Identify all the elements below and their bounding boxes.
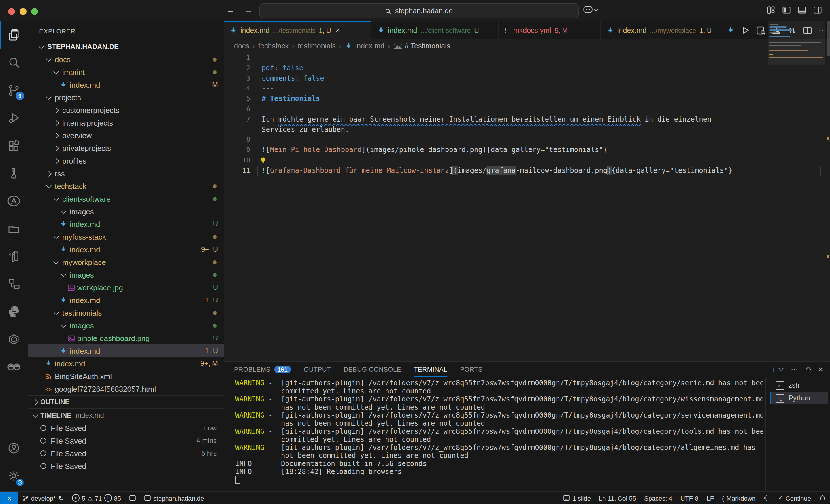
tree-item-folder[interactable]: myfoss-stack	[28, 230, 224, 243]
editor-tab[interactable]: index.md.../testimonials1, U×	[224, 21, 371, 39]
eol-status[interactable]: LF	[702, 492, 718, 504]
tree-item-file[interactable]: pihole-dashboard.pngU	[28, 332, 224, 344]
python-view-icon[interactable]	[0, 298, 28, 326]
tree-item-folder[interactable]: overview	[28, 129, 224, 142]
timeline-event[interactable]: File Saved	[28, 460, 224, 472]
window-status-icon[interactable]	[125, 492, 140, 504]
code-line[interactable]: Services zu erlauben.	[224, 125, 830, 135]
toggle-primary-sidebar-icon[interactable]	[782, 6, 791, 14]
code-line[interactable]: 7Ich möchte gerne ein paar Screenshots m…	[224, 114, 830, 125]
minimap[interactable]	[768, 21, 825, 67]
extensions-view-icon[interactable]	[0, 132, 28, 160]
customize-layout-icon[interactable]	[767, 6, 775, 14]
breadcrumb-item[interactable]: docs	[234, 42, 249, 50]
zoom-window-button[interactable]	[31, 8, 38, 15]
open-preview-icon[interactable]	[756, 26, 765, 35]
tree-item-file[interactable]: index.mdM	[28, 78, 224, 91]
indentation-status[interactable]: Spaces: 4	[640, 492, 676, 504]
command-center-search[interactable]: stephan.hadan.de	[259, 3, 579, 19]
tree-item-folder[interactable]: rss	[28, 167, 224, 180]
account-icon[interactable]	[0, 434, 28, 462]
editor-tab[interactable]: index.md.../client-softwareU	[371, 21, 499, 39]
code-line[interactable]: 3comments: false	[224, 73, 830, 84]
tree-item-folder[interactable]: techstack	[28, 180, 224, 192]
toggle-panel-icon[interactable]	[798, 6, 806, 14]
panel-tab-problems[interactable]: PROBLEMS161	[234, 362, 291, 377]
code-line[interactable]: 4---	[224, 84, 830, 94]
timeline-event[interactable]: File Saved5 hrs	[28, 447, 224, 460]
panel-tab-debug-console[interactable]: DEBUG CONSOLE	[344, 362, 401, 377]
tree-item-file[interactable]: <>googlef727264f56832057.html	[28, 382, 224, 395]
panel-tab-ports[interactable]: PORTS	[460, 362, 482, 377]
code-line[interactable]: 5# Testimonials	[224, 94, 830, 104]
code-line[interactable]: 11![Grafana-Dashboard für meine Mailcow-…	[224, 166, 830, 176]
terminal-instance-zsh[interactable]: >_zsh	[770, 379, 828, 392]
a-extension-view-icon[interactable]	[0, 187, 28, 215]
moon-status-icon[interactable]: ☾	[760, 492, 774, 504]
breadcrumb-item[interactable]: techstack	[258, 42, 289, 50]
outline-section-header[interactable]: OUTLINE	[28, 395, 224, 408]
search-view-icon[interactable]	[0, 49, 28, 77]
tree-item-folder[interactable]: images	[28, 268, 224, 281]
run-button-icon[interactable]	[741, 26, 750, 35]
tree-item-folder[interactable]: myworkplace	[28, 256, 224, 268]
close-tab-icon[interactable]: ×	[336, 26, 340, 35]
maximize-panel-icon[interactable]	[805, 366, 811, 372]
code-line[interactable]: 6	[224, 104, 830, 114]
tree-item-file[interactable]: index.mdU	[28, 218, 224, 230]
panel-tab-terminal[interactable]: TERMINAL	[414, 362, 447, 377]
code-line[interactable]: 9![Mein Pi-hole-Dashboard](images/pihole…	[224, 145, 830, 156]
terminal-instance-python[interactable]: >_Python	[770, 392, 828, 404]
tree-item-folder[interactable]: images	[28, 205, 224, 218]
tree-item-folder[interactable]: privateprojects	[28, 142, 224, 155]
remote-indicator[interactable]	[0, 492, 19, 504]
code-line[interactable]: 10	[224, 156, 830, 166]
editor-tab[interactable]: !mkdocs.yml5, M	[499, 21, 601, 39]
tree-item-file[interactable]: BingSiteAuth.xml	[28, 370, 224, 382]
copilot-menu[interactable]	[583, 6, 598, 13]
encoding-status[interactable]: UTF-8	[676, 492, 702, 504]
terminal-output[interactable]: WARNING - [git-authors-plugin] /var/fold…	[235, 379, 763, 492]
faces-extension-view-icon[interactable]	[0, 353, 28, 381]
git-branch-status[interactable]: develop* ↻	[19, 492, 68, 504]
code-line[interactable]: 8	[224, 135, 830, 145]
testing-view-icon[interactable]	[0, 160, 28, 187]
tree-item-folder[interactable]: docs	[28, 53, 224, 66]
markdown-arrow-icon[interactable]	[726, 26, 735, 35]
explorer-view-icon[interactable]	[0, 21, 28, 49]
project-status[interactable]: stephan.hadan.de	[140, 492, 208, 504]
source-control-view-icon[interactable]: 9	[0, 77, 28, 104]
close-window-button[interactable]	[8, 8, 15, 15]
breadcrumb-item[interactable]: index.md	[345, 42, 384, 50]
tree-item-file[interactable]: index.md1, U	[28, 344, 224, 357]
language-mode-status[interactable]: ( Markdown	[718, 492, 760, 504]
settings-gear-icon[interactable]	[0, 462, 28, 490]
cursor-position-status[interactable]: Ln 11, Col 55	[595, 492, 640, 504]
tree-item-folder[interactable]: customerprojects	[28, 104, 224, 116]
continue-status[interactable]: ✓ Continue	[774, 492, 815, 504]
code-line[interactable]: 2pdf: false	[224, 63, 830, 74]
tree-item-folder[interactable]: client-software	[28, 192, 224, 205]
tree-item-file[interactable]: index.md9+, M	[28, 357, 224, 370]
problems-status[interactable]: × 5 △ 71 i 85	[68, 492, 125, 504]
tree-item-folder[interactable]: internalprojects	[28, 116, 224, 129]
tree-item-folder[interactable]: imprint	[28, 66, 224, 78]
panel-more-actions-icon[interactable]: ⋯	[791, 365, 798, 373]
org-chart-view-icon[interactable]	[0, 270, 28, 298]
hexagon-extension-view-icon[interactable]	[0, 326, 28, 353]
forward-button[interactable]: →	[245, 5, 253, 14]
tree-item-folder[interactable]: projects	[28, 91, 224, 104]
tree-item-folder[interactable]: STEPHAN.HADAN.DE	[28, 40, 224, 53]
toggle-secondary-sidebar-icon[interactable]	[813, 6, 822, 14]
editor-scrollbar[interactable]	[827, 21, 830, 56]
tree-item-folder[interactable]: images	[28, 319, 224, 332]
code-line[interactable]: 1---	[224, 53, 830, 63]
notifications-bell[interactable]	[815, 492, 830, 504]
folder-view-icon[interactable]	[0, 215, 28, 242]
code-editor[interactable]: 1---2pdf: false3comments: false4---5# Te…	[224, 53, 830, 361]
slides-status[interactable]: 1 slide	[559, 492, 595, 504]
breadcrumb-item[interactable]: testimonials	[298, 42, 336, 50]
new-terminal-button[interactable]: +	[771, 364, 783, 374]
close-panel-icon[interactable]: ×	[819, 365, 823, 374]
tree-item-folder[interactable]: profiles	[28, 155, 224, 167]
